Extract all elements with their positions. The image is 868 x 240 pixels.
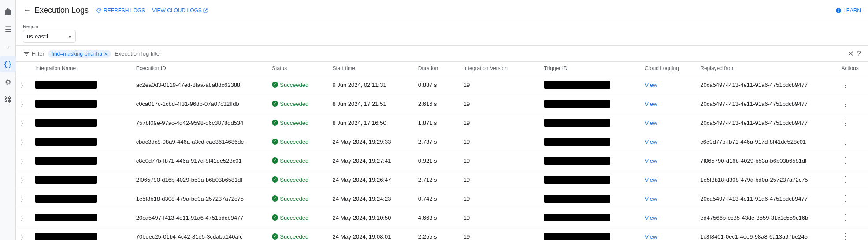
row-expand-button[interactable]: 〉 [16,189,30,208]
row-actions-button[interactable]: ⋮ [836,132,868,151]
refresh-logs-button[interactable]: REFRESH LOGS [96,8,145,14]
cloud-logging-view-link[interactable]: View [645,233,657,240]
cloud-logging-view-link[interactable]: View [645,82,657,88]
row-start-time: 24 May 2024, 19:08:01 [327,227,412,240]
sidebar-icon-arrow[interactable]: → [0,39,16,55]
row-actions-button[interactable]: ⋮ [836,189,868,208]
sidebar-icon-code[interactable]: { } [0,56,16,72]
row-replayed-from: 20ca5497-f413-4e11-91a6-4751bdcb9477 [695,113,836,132]
row-integration-name [30,208,131,227]
row-actions-button[interactable]: ⋮ [836,208,868,227]
table-row: 〉757bf09e-97ac-4d42-9598-d6c3878dd534✓Su… [16,113,868,132]
row-execution-id: 20ca5497-f413-4e11-91a6-4751bdcb9477 [131,208,267,227]
row-execution-id: c8e0d77b-fb71-446a-917d-8f41de528c01 [131,151,267,170]
more-actions-icon[interactable]: ⋮ [841,213,849,222]
row-duration: 1.871 s [413,113,458,132]
row-actions-button[interactable]: ⋮ [836,94,868,113]
row-integration-version: 19 [458,189,539,208]
row-trigger-id [539,75,640,94]
row-cloud-logging[interactable]: View [639,113,695,132]
row-expand-button[interactable]: 〉 [16,113,30,132]
row-actions-button[interactable]: ⋮ [836,227,868,240]
row-expand-button[interactable]: 〉 [16,75,30,94]
cloud-logging-view-link[interactable]: View [645,139,657,145]
row-duration: 4.663 s [413,208,458,227]
row-replayed-from: ed47566b-cc85-43de-8559-31c1c559c16b [695,208,836,227]
learn-button[interactable]: LEARN [835,8,861,14]
row-status: ✓Succeeded [267,189,327,208]
refresh-logs-label: REFRESH LOGS [104,8,145,14]
cloud-logging-view-link[interactable]: View [645,176,657,183]
cloud-logging-view-link[interactable]: View [645,120,657,126]
filter-placeholder[interactable]: Execution log filter [115,50,161,57]
view-cloud-logs-label: VIEW CLOUD LOGS [152,8,202,14]
row-cloud-logging[interactable]: View [639,151,695,170]
filter-help-button[interactable]: ? [857,50,861,58]
cloud-logging-view-link[interactable]: View [645,101,657,107]
back-button[interactable]: ← [23,6,31,15]
col-header-start-time: Start time [327,62,412,75]
cloud-logging-view-link[interactable]: View [645,214,657,221]
row-expand-button[interactable]: 〉 [16,94,30,113]
row-expand-button[interactable]: 〉 [16,132,30,151]
row-actions-button[interactable]: ⋮ [836,151,868,170]
row-status: ✓Succeeded [267,151,327,170]
row-trigger-id [539,151,640,170]
more-actions-icon[interactable]: ⋮ [841,232,849,240]
page-title: Execution Logs [34,6,89,15]
row-actions-button[interactable]: ⋮ [836,170,868,189]
row-start-time: 24 May 2024, 19:10:50 [327,208,412,227]
row-cloud-logging[interactable]: View [639,132,695,151]
row-cloud-logging[interactable]: View [639,227,695,240]
filter-label: Filter [32,50,45,57]
col-header-integration-name: Integration Name [30,62,131,75]
row-cloud-logging[interactable]: View [639,189,695,208]
row-status: ✓Succeeded [267,227,327,240]
row-start-time: 24 May 2024, 19:27:41 [327,151,412,170]
row-execution-id: ac2ea0d3-0119-47ed-8faa-a8a8dc62388f [131,75,267,94]
table-row: 〉c0ca017c-1cbd-4f31-96db-07a07c32ffdb✓Su… [16,94,868,113]
row-actions-button[interactable]: ⋮ [836,75,868,94]
row-status: ✓Succeeded [267,170,327,189]
row-expand-button[interactable]: 〉 [16,170,30,189]
row-expand-button[interactable]: 〉 [16,151,30,170]
row-cloud-logging[interactable]: View [639,170,695,189]
row-trigger-id [539,113,640,132]
view-cloud-logs-button[interactable]: VIEW CLOUD LOGS [152,8,210,14]
cloud-logging-view-link[interactable]: View [645,158,657,164]
more-actions-icon[interactable]: ⋮ [841,80,849,89]
row-start-time: 8 Jun 2024, 17:21:51 [327,94,412,113]
more-actions-icon[interactable]: ⋮ [841,118,849,127]
more-actions-icon[interactable]: ⋮ [841,194,849,203]
filter-close-button[interactable]: ✕ [848,49,853,58]
filter-button[interactable]: Filter [23,50,45,57]
row-expand-button[interactable]: 〉 [16,208,30,227]
row-execution-id: 2f065790-d16b-4029-b53a-b6b03b6581df [131,170,267,189]
row-expand-button[interactable]: 〉 [16,227,30,240]
row-start-time: 8 Jun 2024, 17:16:50 [327,113,412,132]
more-actions-icon[interactable]: ⋮ [841,99,849,108]
row-cloud-logging[interactable]: View [639,94,695,113]
filter-chip-close-button[interactable]: × [104,51,108,57]
col-header-expand [16,62,30,75]
filter-bar-right: ✕ ? [848,49,861,58]
more-actions-icon[interactable]: ⋮ [841,156,849,165]
row-replayed-from: c6e0d77b-fb71-446a-917d-8f41de528c01 [695,132,836,151]
row-integration-version: 19 [458,170,539,189]
cloud-logging-view-link[interactable]: View [645,195,657,202]
more-actions-icon[interactable]: ⋮ [841,137,849,146]
sidebar-icon-link[interactable]: ⛓ [0,92,16,108]
sidebar-icon-home[interactable] [0,4,16,19]
region-select[interactable]: us-east1 us-central1 us-west1 europe-wes… [23,30,76,43]
row-actions-button[interactable]: ⋮ [836,113,868,132]
more-actions-icon[interactable]: ⋮ [841,175,849,184]
row-integration-version: 19 [458,132,539,151]
row-cloud-logging[interactable]: View [639,208,695,227]
row-integration-version: 19 [458,113,539,132]
row-integration-version: 19 [458,75,539,94]
row-cloud-logging[interactable]: View [639,75,695,94]
table-row: 〉70bdec25-01b4-4c42-81e5-3cdaba140afc✓Su… [16,227,868,240]
sidebar-icon-settings[interactable]: ⚙ [0,74,16,90]
row-status: ✓Succeeded [267,132,327,151]
sidebar-icon-list[interactable]: ☰ [0,21,16,37]
